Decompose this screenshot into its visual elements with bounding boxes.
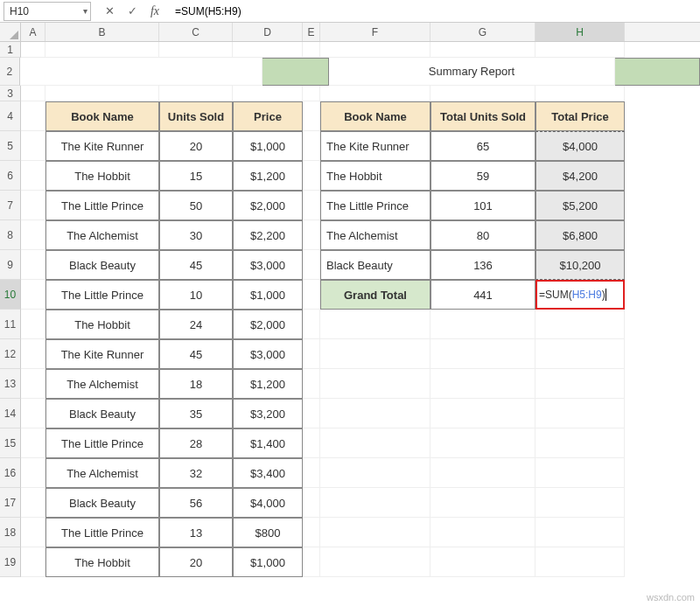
cell[interactable] [21,42,46,58]
row-header-2[interactable]: 2 [0,58,20,86]
sales-price[interactable]: $4,000 [233,488,303,518]
hdr-book-name[interactable]: Book Name [46,101,159,131]
grand-total-units[interactable]: 441 [430,280,536,310]
sales-units[interactable]: 13 [159,518,233,547]
hdr-units-sold[interactable]: Units Sold [159,101,233,131]
row-header-4[interactable]: 4 [0,101,21,131]
worksheet[interactable]: A B C D E F G H 12Summary Report34Book N… [0,23,700,577]
sales-name[interactable]: The Little Prince [46,518,159,547]
enter-icon[interactable]: ✓ [121,2,144,21]
cell[interactable] [21,250,46,280]
select-all-corner[interactable] [0,23,21,42]
cell[interactable] [21,518,46,547]
cell[interactable] [303,547,320,577]
hdr-sum-price[interactable]: Total Price [536,101,625,131]
row-header-9[interactable]: 9 [0,250,21,280]
sales-price[interactable]: $1,000 [233,547,303,577]
sales-name[interactable]: The Kite Runner [46,131,159,161]
cell[interactable] [20,58,262,86]
sales-name[interactable]: The Hobbit [46,161,159,191]
summary-units[interactable]: 136 [430,250,536,280]
sales-name[interactable]: The Little Prince [46,191,159,220]
row-header-14[interactable]: 14 [0,399,21,428]
cell[interactable] [303,399,320,428]
sales-units[interactable]: 45 [159,339,233,369]
sales-price[interactable]: $1,000 [233,280,303,310]
cell[interactable] [303,250,320,280]
col-header-H[interactable]: H [536,23,625,41]
summary-name[interactable]: The Kite Runner [320,131,430,161]
summary-price[interactable]: $4,000 [536,131,625,161]
sales-units[interactable]: 15 [159,161,233,191]
cell[interactable] [303,369,320,399]
sales-name[interactable]: Black Beauty [46,488,159,518]
formula-input[interactable] [170,2,700,21]
hdr-sum-book[interactable]: Book Name [320,101,430,131]
sales-price[interactable]: $2,000 [233,310,303,339]
cell[interactable] [303,428,320,458]
col-header-F[interactable]: F [320,23,430,41]
sales-price[interactable]: $1,200 [233,161,303,191]
row-header-16[interactable]: 16 [0,458,21,488]
sales-name[interactable]: The Kite Runner [46,339,159,369]
summary-price[interactable]: $6,800 [536,220,625,250]
fx-icon[interactable]: fx [144,2,166,21]
cell[interactable]: Summary Report [329,58,616,86]
sales-units[interactable]: 20 [159,547,233,577]
sales-price[interactable]: $2,000 [233,191,303,220]
cell[interactable] [21,399,46,428]
col-header-B[interactable]: B [46,23,159,41]
row-header-11[interactable]: 11 [0,310,21,339]
sales-units[interactable]: 10 [159,280,233,310]
cell[interactable] [21,280,46,310]
cell[interactable] [303,339,320,369]
col-header-A[interactable]: A [21,23,46,41]
cell[interactable] [303,101,320,131]
cell[interactable] [303,458,320,488]
hdr-sum-units[interactable]: Total Units Sold [430,101,536,131]
summary-units[interactable]: 101 [430,191,536,220]
col-header-D[interactable]: D [233,23,303,41]
sales-units[interactable]: 24 [159,310,233,339]
sales-name[interactable]: The Alchemist [46,458,159,488]
cell[interactable] [303,131,320,161]
row-header-12[interactable]: 12 [0,339,21,369]
sales-name[interactable]: The Hobbit [46,547,159,577]
cell[interactable] [303,310,320,339]
sales-name[interactable]: The Alchemist [46,220,159,250]
summary-name[interactable]: The Hobbit [320,161,430,191]
cell[interactable] [303,488,320,518]
sales-name[interactable]: The Hobbit [46,310,159,339]
sales-units[interactable]: 50 [159,191,233,220]
summary-price[interactable]: $4,200 [536,161,625,191]
row-header-6[interactable]: 6 [0,161,21,191]
sales-units[interactable]: 30 [159,220,233,250]
cell[interactable] [21,161,46,191]
cell[interactable] [303,280,320,310]
cell[interactable] [21,101,46,131]
sales-price[interactable]: $1,000 [233,131,303,161]
row-header-13[interactable]: 13 [0,369,21,399]
row-header-3[interactable]: 3 [0,86,21,101]
active-edit-cell[interactable]: =SUM(H5:H9) [536,280,625,310]
row-header-19[interactable]: 19 [0,547,21,577]
sales-units[interactable]: 20 [159,131,233,161]
cell[interactable] [303,86,320,101]
cell[interactable] [21,428,46,458]
cell[interactable] [21,310,46,339]
sales-name[interactable]: The Little Prince [46,280,159,310]
row-header-1[interactable]: 1 [0,42,21,58]
sales-units[interactable]: 32 [159,458,233,488]
name-box[interactable]: H10 ▾ [4,2,91,21]
cell[interactable] [21,488,46,518]
cell[interactable] [303,191,320,220]
sales-name[interactable]: The Alchemist [46,369,159,399]
cancel-icon[interactable]: ✕ [98,2,121,21]
sales-units[interactable]: 28 [159,428,233,458]
col-header-E[interactable]: E [303,23,320,41]
sales-price[interactable]: $3,000 [233,250,303,280]
row-header-8[interactable]: 8 [0,220,21,250]
sales-price[interactable]: $2,200 [233,220,303,250]
cell[interactable] [21,547,46,577]
sales-units[interactable]: 18 [159,369,233,399]
